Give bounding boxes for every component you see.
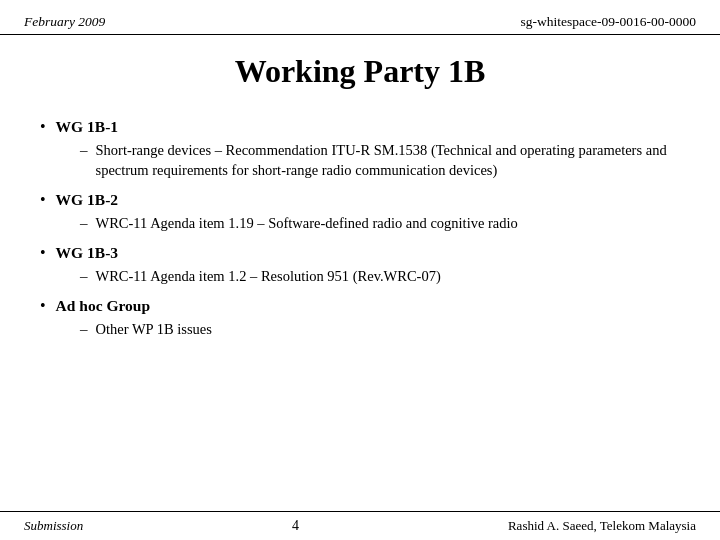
header-doc-id: sg-whitespace-09-0016-00-0000 <box>521 14 696 30</box>
bullet-main-4: • Ad hoc Group <box>40 297 680 315</box>
title-area: Working Party 1B <box>0 35 720 100</box>
sub-dash-2-1: – <box>80 213 88 234</box>
content-area: • WG 1B-1 – Short-range devices – Recomm… <box>0 100 720 340</box>
sub-bullets-1: – Short-range devices – Recommendation I… <box>80 140 680 181</box>
slide: February 2009 sg-whitespace-09-0016-00-0… <box>0 0 720 540</box>
sub-bullet-1-1: – Short-range devices – Recommendation I… <box>80 140 680 181</box>
bullet-main-2: • WG 1B-2 <box>40 191 680 209</box>
footer-author: Rashid A. Saeed, Telekom Malaysia <box>508 518 696 534</box>
bullet-item-2: • WG 1B-2 – WRC-11 Agenda item 1.19 – So… <box>40 191 680 234</box>
bullet-item-4: • Ad hoc Group – Other WP 1B issues <box>40 297 680 340</box>
sub-dash-3-1: – <box>80 266 88 287</box>
sub-bullets-4: – Other WP 1B issues <box>80 319 680 340</box>
bullet-main-1: • WG 1B-1 <box>40 118 680 136</box>
bullet-label-4: Ad hoc Group <box>56 297 150 315</box>
bullet-item-1: • WG 1B-1 – Short-range devices – Recomm… <box>40 118 680 181</box>
sub-bullets-3: – WRC-11 Agenda item 1.2 – Resolution 95… <box>80 266 680 287</box>
bullet-label-2: WG 1B-2 <box>56 191 118 209</box>
bullet-label-1: WG 1B-1 <box>56 118 118 136</box>
sub-text-2-1: WRC-11 Agenda item 1.19 – Software-defin… <box>96 213 518 233</box>
footer-page-number: 4 <box>292 518 299 534</box>
bullet-dot-2: • <box>40 191 46 209</box>
sub-bullet-2-1: – WRC-11 Agenda item 1.19 – Software-def… <box>80 213 680 234</box>
bullet-item-3: • WG 1B-3 – WRC-11 Agenda item 1.2 – Res… <box>40 244 680 287</box>
main-title: Working Party 1B <box>24 53 696 90</box>
sub-dash-4-1: – <box>80 319 88 340</box>
sub-text-4-1: Other WP 1B issues <box>96 319 212 339</box>
bullet-dot-4: • <box>40 297 46 315</box>
bullet-label-3: WG 1B-3 <box>56 244 118 262</box>
bullet-main-3: • WG 1B-3 <box>40 244 680 262</box>
sub-bullet-4-1: – Other WP 1B issues <box>80 319 680 340</box>
bullet-dot-3: • <box>40 244 46 262</box>
sub-text-1-1: Short-range devices – Recommendation ITU… <box>96 140 681 181</box>
sub-bullet-3-1: – WRC-11 Agenda item 1.2 – Resolution 95… <box>80 266 680 287</box>
slide-header: February 2009 sg-whitespace-09-0016-00-0… <box>0 0 720 35</box>
sub-text-3-1: WRC-11 Agenda item 1.2 – Resolution 951 … <box>96 266 441 286</box>
footer-submission: Submission <box>24 518 83 534</box>
sub-bullets-2: – WRC-11 Agenda item 1.19 – Software-def… <box>80 213 680 234</box>
sub-dash-1-1: – <box>80 140 88 161</box>
header-date: February 2009 <box>24 14 105 30</box>
slide-footer: Submission 4 Rashid A. Saeed, Telekom Ma… <box>0 511 720 540</box>
bullet-dot-1: • <box>40 118 46 136</box>
